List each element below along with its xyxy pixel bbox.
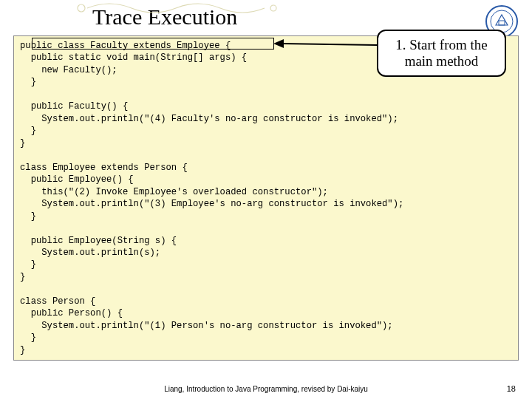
callout-step-1: 1. Start from the main method <box>377 30 506 77</box>
svg-line-5 <box>282 44 381 45</box>
highlight-main-method <box>32 38 274 50</box>
footer-citation: Liang, Introduction to Java Programming,… <box>0 385 532 393</box>
slide-title: Trace Execution <box>0 4 237 30</box>
slide: Trace Execution public class Faculty ext… <box>0 0 532 399</box>
page-number: 18 <box>507 384 516 393</box>
arrow-to-main <box>272 35 383 55</box>
callout-text: 1. Start from the main method <box>395 37 488 69</box>
code-block: public class Faculty extends Employee { … <box>13 35 519 361</box>
svg-marker-6 <box>273 39 284 48</box>
svg-rect-4 <box>499 21 505 25</box>
